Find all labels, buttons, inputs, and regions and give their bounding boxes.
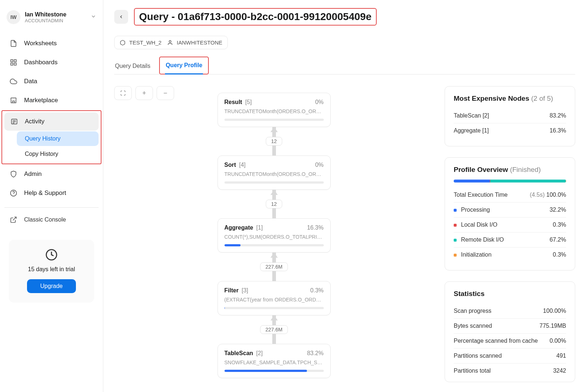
stat-row: Bytes scanned775.19MB — [454, 319, 566, 334]
tab-query-details[interactable]: Query Details — [114, 58, 151, 74]
node-subtitle: TRUNCDATETOMonth(ORDERS.O_ORDE... — [224, 171, 324, 177]
tab-query-profile[interactable]: Query Profile — [165, 57, 203, 74]
node-pct: 16.3% — [307, 224, 323, 231]
svg-rect-0 — [11, 60, 13, 62]
fullscreen-icon — [120, 90, 126, 96]
divider — [4, 207, 99, 208]
back-button[interactable] — [114, 10, 128, 24]
edge-rowcount: 227.6M — [260, 262, 288, 271]
nav-help[interactable]: Help & Support — [4, 184, 99, 202]
overview-row: Local Disk I/O0.3% — [454, 218, 566, 232]
plan-node[interactable]: Filter [3] 0.3% (EXTRACT(year from ORDER… — [218, 281, 331, 315]
overview-status: (Finished) — [510, 166, 541, 173]
nav-label: Activity — [25, 118, 45, 125]
node-name: TableScan — [224, 350, 253, 356]
node-pct: 0.3% — [310, 287, 323, 294]
expensive-row[interactable]: Aggregate [1]16.3% — [454, 123, 566, 138]
node-subtitle: COUNT(*),SUM(ORDERS.O_TOTALPRICE) — [224, 234, 324, 240]
zoom-in-button[interactable]: + — [135, 86, 153, 100]
zoom-out-button[interactable]: − — [157, 86, 174, 100]
nav-worksheets[interactable]: Worksheets — [4, 34, 99, 53]
plan-node[interactable]: Sort [4] 0% TRUNCDATETOMonth(ORDERS.O_OR… — [218, 155, 331, 190]
stat-row: Partitions total3242 — [454, 364, 566, 378]
expensive-row[interactable]: TableScan [2]83.2% — [454, 108, 566, 123]
activity-highlight: Activity Query History Copy History — [1, 110, 101, 164]
bar-segment — [490, 180, 566, 182]
nav-admin[interactable]: Admin — [4, 165, 99, 183]
edge-arrow: 227.6M — [272, 315, 276, 344]
node-id: [4] — [238, 162, 246, 168]
nav: Worksheets Dashboards Data Marketplace A… — [4, 34, 99, 202]
nav-label: Data — [24, 78, 37, 85]
nav-label: Admin — [24, 170, 42, 178]
nav-activity[interactable]: Activity — [4, 112, 99, 131]
header-row: Query - 01a6f713-0000-b2cc-0001-99120005… — [114, 8, 575, 26]
bar-segment — [566, 180, 566, 182]
user-chip: IANWHITESTONE — [167, 39, 222, 46]
external-link-icon — [9, 216, 18, 224]
user-menu[interactable]: IW Ian Whitestone ACCOUNTADMIN — [4, 10, 99, 34]
trial-card: 15 days left in trial Upgrade — [9, 240, 94, 303]
subnav-copy-history[interactable]: Copy History — [17, 147, 99, 161]
trial-text: 15 days left in trial — [16, 266, 87, 273]
svg-point-12 — [169, 41, 171, 42]
nav-dashboards[interactable]: Dashboards — [4, 53, 99, 72]
cube-icon — [120, 40, 126, 46]
bullet-icon — [454, 224, 457, 227]
node-name: Filter — [224, 287, 239, 293]
chevron-down-icon — [91, 14, 96, 21]
nav-label: Dashboards — [24, 59, 58, 66]
edge-rowcount: 12 — [266, 200, 283, 208]
node-bar — [224, 244, 324, 246]
edge-arrow: 12 — [272, 127, 276, 155]
nav-data[interactable]: Data — [4, 72, 99, 91]
plan-node[interactable]: Aggregate [1] 16.3% COUNT(*),SUM(ORDERS.… — [218, 218, 331, 253]
node-id: [3] — [240, 287, 248, 293]
user-icon — [167, 40, 173, 46]
expensive-rows: TableScan [2]83.2%Aggregate [1]16.3% — [454, 108, 566, 138]
bar-segment — [454, 180, 490, 182]
node-bar — [224, 370, 324, 372]
node-name: Aggregate — [224, 224, 253, 231]
node-pct: 83.2% — [307, 350, 323, 357]
svg-rect-3 — [11, 63, 13, 65]
svg-rect-1 — [14, 60, 16, 62]
node-pct: 0% — [315, 99, 323, 105]
clock-icon — [45, 249, 58, 261]
query-meta[interactable]: TEST_WH_2 IANWHITESTONE — [114, 36, 228, 49]
bullet-icon — [454, 254, 457, 257]
bullet-icon — [454, 209, 457, 212]
node-subtitle: (EXTRACT(year from ORDERS.O_ORDER... — [224, 297, 324, 303]
node-subtitle: SNOWFLAKE_SAMPLE_DATA.TPCH_SF1... — [224, 360, 324, 365]
total-exec-row: Total Execution Time (4.5s) 100.0% — [454, 188, 566, 203]
panel-statistics: Statistics Scan progress100.00%Bytes sca… — [445, 281, 575, 382]
nav-marketplace[interactable]: Marketplace — [4, 91, 99, 109]
overview-row: Initialization0.3% — [454, 247, 566, 262]
stats-rows: Scan progress100.00%Bytes scanned775.19M… — [454, 304, 566, 378]
plan-node[interactable]: Result [5] 0% TRUNCDATETOMonth(ORDERS.O_… — [218, 93, 331, 127]
store-icon — [9, 96, 18, 104]
page-title: Query - 01a6f713-0000-b2cc-0001-99120005… — [139, 11, 372, 23]
tab-highlight: Query Profile — [159, 57, 209, 74]
tabs: Query Details Query Profile — [114, 57, 575, 74]
stacked-bar — [454, 180, 566, 182]
main: Query - 01a6f713-0000-b2cc-0001-99120005… — [103, 0, 584, 392]
run-user: IANWHITESTONE — [177, 39, 222, 46]
stat-row: Partitions scanned491 — [454, 349, 566, 364]
nav-classic-console[interactable]: Classic Console — [4, 213, 99, 227]
subnav-query-history[interactable]: Query History — [17, 131, 99, 146]
chevron-left-icon — [119, 14, 124, 19]
stat-row: Percentage scanned from cache0.00% — [454, 334, 566, 349]
node-bar — [224, 307, 324, 309]
panel-title-text: Statistics — [454, 290, 566, 298]
node-id: [1] — [255, 224, 263, 231]
node-name: Result — [224, 99, 242, 105]
plan-node[interactable]: TableScan [2] 83.2% SNOWFLAKE_SAMPLE_DAT… — [218, 344, 331, 378]
minus-icon: − — [164, 89, 168, 97]
plan-graph[interactable]: Result [5] 0% TRUNCDATETOMonth(ORDERS.O_… — [218, 93, 331, 378]
plus-icon: + — [142, 89, 146, 97]
cloud-icon — [9, 77, 18, 85]
upgrade-button[interactable]: Upgrade — [27, 279, 76, 293]
fullscreen-button[interactable] — [114, 86, 132, 100]
node-pct: 0% — [315, 162, 323, 168]
